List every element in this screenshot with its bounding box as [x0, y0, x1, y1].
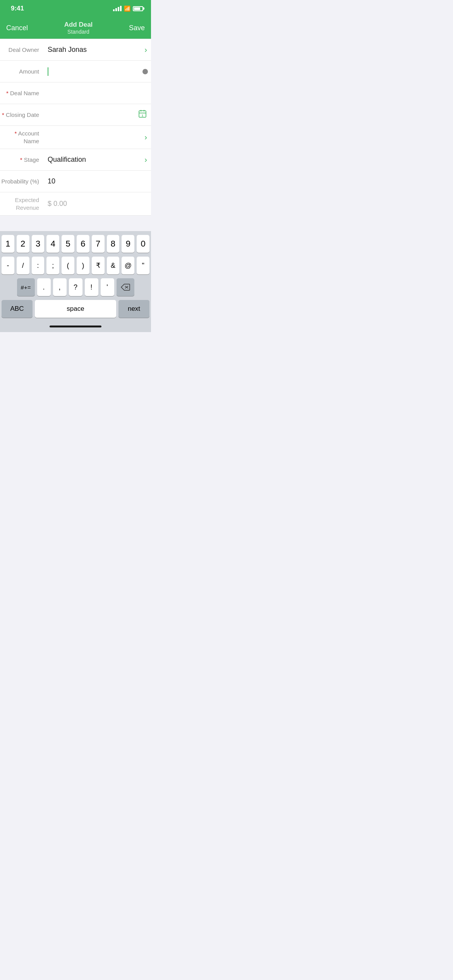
status-bar: 9:41 📶: [0, 0, 151, 17]
expected-revenue-label: Expected Revenue: [0, 196, 45, 211]
keyboard-row-symbols: - / : ; ( ) ₹ & @ ": [2, 257, 149, 274]
deal-name-row: * Deal Name: [0, 82, 151, 104]
closing-date-required: *: [2, 111, 6, 118]
account-name-field[interactable]: ›: [45, 133, 151, 142]
key-6[interactable]: 6: [77, 235, 89, 253]
closing-date-label: * Closing Date: [0, 111, 45, 119]
key-3[interactable]: 3: [32, 235, 45, 253]
amount-field[interactable]: [45, 67, 142, 76]
keyboard-row-special: #+= . , ? ! ': [2, 278, 149, 296]
key-next[interactable]: next: [118, 300, 149, 318]
battery-icon: [133, 6, 143, 11]
key-4[interactable]: 4: [46, 235, 59, 253]
key-delete[interactable]: [117, 278, 134, 296]
key-8[interactable]: 8: [107, 235, 120, 253]
form: Deal Owner Sarah Jonas › Amount * Deal N…: [0, 39, 151, 216]
deal-owner-row: Deal Owner Sarah Jonas ›: [0, 39, 151, 61]
stage-label: * Stage: [0, 156, 45, 164]
key-open-paren[interactable]: (: [62, 257, 74, 274]
save-button[interactable]: Save: [129, 24, 145, 32]
deal-owner-chevron: ›: [144, 45, 147, 54]
probability-field[interactable]: 10: [45, 177, 151, 185]
status-icons: 📶: [113, 5, 143, 12]
expected-revenue-field: $ 0.00: [45, 200, 151, 208]
key-7[interactable]: 7: [92, 235, 105, 253]
key-period[interactable]: .: [37, 278, 51, 296]
account-name-label: * Account Name: [0, 130, 45, 145]
key-rupee[interactable]: ₹: [92, 257, 105, 274]
form-spacer: [0, 216, 151, 231]
keyboard-row-numbers: 1 2 3 4 5 6 7 8 9 0: [2, 235, 149, 253]
probability-label: Probability (%): [0, 178, 45, 185]
closing-date-row: * Closing Date 1: [0, 104, 151, 126]
amount-label: Amount: [0, 68, 45, 75]
key-comma[interactable]: ,: [53, 278, 67, 296]
amount-row: Amount: [0, 61, 151, 82]
nav-title-main: Add Deal: [64, 21, 93, 29]
stage-required: *: [20, 156, 24, 163]
home-bar: [50, 326, 101, 327]
wifi-icon: 📶: [124, 5, 130, 12]
nav-title-sub: Standard: [67, 29, 89, 35]
home-indicator-area: [0, 322, 151, 332]
key-ampersand[interactable]: &: [107, 257, 120, 274]
deal-name-input[interactable]: [48, 89, 147, 97]
key-close-paren[interactable]: ): [77, 257, 89, 274]
key-exclamation[interactable]: !: [85, 278, 98, 296]
key-question[interactable]: ?: [69, 278, 82, 296]
key-colon[interactable]: :: [32, 257, 45, 274]
account-name-required: *: [15, 130, 18, 137]
deal-owner-label: Deal Owner: [0, 46, 45, 54]
key-at[interactable]: @: [122, 257, 134, 274]
expected-revenue-row: Expected Revenue $ 0.00: [0, 192, 151, 216]
deal-name-label: * Deal Name: [0, 89, 45, 97]
stage-row: * Stage Qualification ›: [0, 149, 151, 171]
key-1[interactable]: 1: [2, 235, 14, 253]
deal-name-field[interactable]: [45, 89, 151, 97]
svg-text:1: 1: [142, 114, 143, 117]
stage-chevron: ›: [144, 155, 147, 164]
key-quote[interactable]: ": [137, 257, 149, 274]
key-hash-plus-equals[interactable]: #+=: [17, 278, 35, 296]
closing-date-field[interactable]: 1: [45, 109, 151, 120]
key-5[interactable]: 5: [62, 235, 74, 253]
cancel-button[interactable]: Cancel: [6, 24, 28, 32]
probability-row: Probability (%) 10: [0, 171, 151, 192]
deal-name-required: *: [6, 90, 10, 96]
text-cursor: [48, 67, 48, 76]
status-time: 9:41: [11, 5, 24, 12]
account-name-row: * Account Name ›: [0, 126, 151, 149]
key-abc[interactable]: ABC: [2, 300, 33, 318]
scroll-indicator: [142, 69, 148, 74]
key-minus[interactable]: -: [2, 257, 14, 274]
key-2[interactable]: 2: [17, 235, 29, 253]
key-apostrophe[interactable]: ': [101, 278, 114, 296]
key-slash[interactable]: /: [17, 257, 29, 274]
deal-owner-field[interactable]: Sarah Jonas ›: [45, 45, 151, 54]
key-space[interactable]: space: [35, 300, 116, 318]
signal-icon: [113, 6, 122, 11]
key-semicolon[interactable]: ;: [46, 257, 59, 274]
calendar-icon: 1: [138, 109, 147, 120]
nav-title: Add Deal Standard: [64, 21, 93, 35]
expected-revenue-value: $ 0.00: [48, 200, 67, 208]
stage-value: Qualification: [48, 156, 86, 164]
keyboard: 1 2 3 4 5 6 7 8 9 0 - / : ; ( ) ₹ & @ " …: [0, 231, 151, 322]
probability-value: 10: [48, 177, 55, 185]
deal-owner-value: Sarah Jonas: [48, 46, 87, 54]
account-name-chevron: ›: [144, 133, 147, 142]
stage-field[interactable]: Qualification ›: [45, 155, 151, 164]
keyboard-bottom-row: ABC space next: [2, 300, 149, 318]
key-9[interactable]: 9: [122, 235, 134, 253]
key-0[interactable]: 0: [137, 235, 149, 253]
navigation-bar: Cancel Add Deal Standard Save: [0, 17, 151, 39]
